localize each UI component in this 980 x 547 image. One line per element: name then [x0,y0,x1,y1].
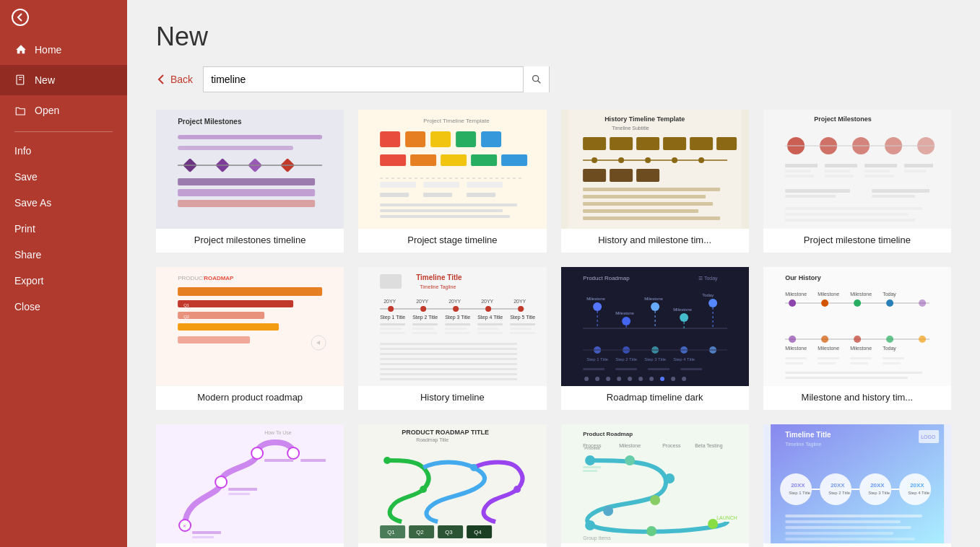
svg-point-112 [518,306,524,312]
template-card-t7[interactable]: Product Roadmap ☰ Today Mi [561,267,749,410]
svg-rect-80 [785,189,850,193]
svg-rect-226 [228,493,250,495]
svg-rect-211 [818,362,836,364]
svg-text:Today: Today [883,292,896,297]
svg-point-197 [789,336,796,343]
search-row: Back [156,66,951,92]
svg-rect-21 [456,131,476,147]
svg-rect-19 [405,131,425,147]
svg-rect-125 [445,328,467,330]
svg-rect-170 [583,368,604,370]
search-back-link[interactable]: Back [156,74,193,85]
sidebar-item-open[interactable]: Open [0,95,127,126]
svg-text:Milestone: Milestone [673,307,692,312]
svg-rect-140 [380,378,517,380]
svg-rect-31 [467,182,503,188]
svg-rect-135 [380,353,517,355]
svg-rect-287 [785,538,915,541]
svg-rect-82 [872,189,929,193]
template-thumb-t12: Timeline Title Timeline Tagline LOGO 20X… [763,424,951,543]
svg-rect-81 [785,195,836,198]
new-icon [14,74,27,87]
template-card-t8[interactable]: Our History Milestone Milestone Mileston… [763,267,951,410]
svg-text:Milestone: Milestone [818,292,839,297]
template-card-t9[interactable]: How To Use ✕ P [156,424,344,547]
sidebar-item-print[interactable]: Print [0,216,127,242]
svg-text:Timeline Subtitle: Timeline Subtitle [612,126,649,131]
template-card-t3[interactable]: History Timeline Template Timeline Subti… [561,110,749,253]
sidebar-item-share[interactable]: Share [0,242,127,268]
sidebar-item-new[interactable]: New [0,65,127,95]
sidebar: Home New Open Info Save Save As Print Sh… [0,0,127,547]
svg-point-176 [606,377,610,381]
page-title: New [156,22,951,52]
svg-rect-210 [785,362,803,364]
svg-text:Today: Today [702,293,714,297]
svg-text:Step 2 Title: Step 2 Title [412,315,438,320]
svg-rect-208 [850,357,872,359]
svg-rect-96 [178,336,250,343]
svg-rect-118 [380,323,405,325]
template-card-t1[interactable]: Project Milestones Project milestones ti… [156,110,344,253]
svg-text:Milestone: Milestone [818,346,839,351]
template-card-t10[interactable]: PRODUCT ROADMAP TITLE Roadmap Title Q1 Q… [358,424,546,547]
search-input[interactable] [204,74,523,85]
svg-text:Product Roadmap: Product Roadmap [583,431,633,437]
svg-text:20YY: 20YY [513,299,526,304]
svg-point-177 [617,377,621,381]
template-thumb-t9: How To Use ✕ [156,424,344,543]
back-button[interactable] [0,0,127,35]
svg-rect-15 [178,200,315,207]
template-thumb-t11: Product Roadmap Process Milestone Proces… [561,424,749,543]
svg-text:Milestone: Milestone [619,443,641,448]
sidebar-item-home[interactable]: Home [0,35,127,65]
svg-rect-91 [178,300,293,307]
svg-point-256 [646,526,656,536]
sidebar-item-close[interactable]: Close [0,294,127,320]
svg-point-200 [886,336,893,343]
svg-rect-224 [192,536,214,538]
svg-rect-58 [583,202,713,206]
svg-text:20XX: 20XX [870,482,885,489]
svg-rect-30 [423,182,459,188]
sidebar-item-save-as[interactable]: Save As [0,190,127,216]
svg-point-50 [645,157,651,163]
svg-text:Product Roadmap: Product Roadmap [583,275,630,281]
svg-rect-101 [380,274,402,289]
thumb-svg-t2: Project Timeline Template [358,110,546,229]
template-label-t6: History timeline [358,386,546,410]
svg-point-277 [899,473,931,505]
search-box [203,66,550,92]
svg-rect-69 [785,164,818,167]
template-card-t5[interactable]: PRODUCT ROADMAP Q1 Q2 [156,267,344,410]
svg-rect-45 [690,137,713,150]
svg-rect-132 [510,332,535,334]
svg-rect-138 [380,368,517,370]
svg-point-49 [618,157,624,163]
template-card-t4[interactable]: Project Milestones [763,110,951,253]
svg-rect-120 [445,323,470,325]
svg-rect-84 [785,207,922,210]
svg-rect-207 [818,357,839,359]
svg-point-174 [584,377,589,381]
template-card-t6[interactable]: Timeline Title Timeline Tagline 20YY 20Y… [358,267,546,410]
sidebar-item-export[interactable]: Export [0,268,127,294]
template-card-t12[interactable]: Timeline Title Timeline Tagline LOGO 20X… [763,424,951,547]
sidebar-item-save[interactable]: Save [0,164,127,190]
svg-text:Today: Today [883,346,896,351]
svg-text:Q1: Q1 [387,529,395,535]
template-card-t11[interactable]: Product Roadmap Process Milestone Proces… [561,424,749,547]
svg-text:LAUNCH: LAUNCH [716,515,737,520]
svg-text:Step 3 Title: Step 3 Title [868,491,890,495]
svg-rect-285 [785,526,911,529]
svg-text:Group Items: Group Items [583,535,611,541]
search-button[interactable] [523,66,549,92]
sidebar-item-info[interactable]: Info [0,138,127,164]
svg-rect-76 [864,170,890,172]
template-card-t2[interactable]: Project Timeline Template [358,110,546,253]
svg-text:☰ Today: ☰ Today [698,276,718,281]
svg-text:Step 4 Title: Step 4 Title [477,315,503,320]
template-thumb-t7: Product Roadmap ☰ Today Mi [561,267,749,386]
svg-text:Milestone: Milestone [586,297,605,301]
sidebar-home-label: Home [35,44,61,56]
